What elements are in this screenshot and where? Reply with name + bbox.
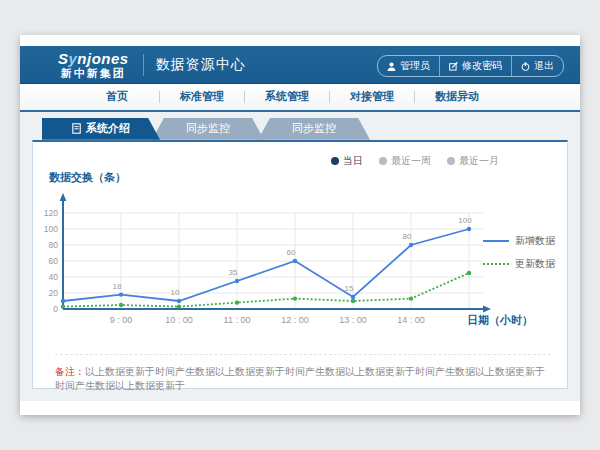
change-password-label: 修改密码 bbox=[462, 59, 502, 73]
svg-text:0: 0 bbox=[53, 304, 58, 314]
nav-item-standard-mgmt[interactable]: 标准管理 bbox=[160, 89, 244, 104]
range-option-2[interactable]: 最近一月 bbox=[447, 154, 499, 168]
header: Synjones 新中新集团 数据资源中心 管理员 修改密码 bbox=[20, 46, 580, 83]
svg-text:9 : 00: 9 : 00 bbox=[110, 315, 133, 325]
tab-sync-monitor-2[interactable]: 同步监控 bbox=[258, 118, 370, 140]
change-password-button[interactable]: 修改密码 bbox=[439, 56, 511, 76]
svg-text:11 : 00: 11 : 00 bbox=[224, 315, 251, 325]
legend-label: 新增数据 bbox=[515, 234, 555, 248]
svg-text:13 : 00: 13 : 00 bbox=[339, 315, 367, 325]
header-divider bbox=[143, 54, 144, 76]
user-menu: 管理员 修改密码 退出 bbox=[377, 55, 564, 77]
svg-text:100: 100 bbox=[458, 216, 472, 225]
nav-item-interface-mgmt[interactable]: 对接管理 bbox=[330, 89, 414, 104]
chart-container: 0204060801001209 : 0010 : 0011 : 0012 : … bbox=[39, 188, 549, 337]
power-icon bbox=[521, 62, 530, 71]
svg-text:80: 80 bbox=[403, 232, 412, 241]
svg-text:60: 60 bbox=[287, 248, 296, 257]
legend-item-0: 新增数据 bbox=[483, 234, 555, 248]
content-area: 系统介绍 同步监控 同步监控 当日最近一周最近一月 数据交换（条） 020406… bbox=[20, 112, 580, 401]
chart-panel: 当日最近一周最近一月 数据交换（条） 0204060801001209 : 00… bbox=[32, 140, 568, 389]
company-name: 新中新集团 bbox=[58, 68, 129, 79]
legend-item-1: 更新数据 bbox=[483, 257, 555, 271]
tab-bar: 系统介绍 同步监控 同步监控 bbox=[32, 118, 568, 140]
admin-label: 管理员 bbox=[400, 59, 430, 73]
footnote: 备注：以上数据更新于时间产生数据以上数据更新于时间产生数据以上数据更新于时间产生… bbox=[55, 354, 551, 393]
page-top-strip bbox=[20, 35, 580, 46]
user-icon bbox=[387, 62, 396, 71]
svg-text:100: 100 bbox=[44, 224, 58, 234]
footnote-text: 以上数据更新于时间产生数据以上数据更新于时间产生数据以上数据更新于时间产生数据以… bbox=[55, 366, 545, 391]
admin-button[interactable]: 管理员 bbox=[378, 56, 439, 76]
svg-text:14 : 00: 14 : 00 bbox=[397, 315, 425, 325]
tab-label: 同步监控 bbox=[186, 121, 230, 136]
y-axis-title: 数据交换（条） bbox=[49, 170, 126, 185]
legend-line-sample bbox=[483, 261, 509, 267]
range-option-1[interactable]: 最近一周 bbox=[379, 154, 431, 168]
page-bottom-strip bbox=[20, 401, 580, 415]
legend-label: 更新数据 bbox=[515, 257, 555, 271]
logo: Synjones 新中新集团 bbox=[58, 51, 129, 79]
tab-label: 系统介绍 bbox=[86, 121, 130, 136]
nav-item-system-mgmt[interactable]: 系统管理 bbox=[245, 89, 329, 104]
radio-dot-icon bbox=[379, 157, 387, 165]
edit-icon bbox=[449, 62, 458, 71]
legend-line-sample bbox=[483, 238, 509, 244]
nav-item-data-change[interactable]: 数据异动 bbox=[415, 89, 499, 104]
logout-label: 退出 bbox=[534, 59, 554, 73]
document-icon bbox=[72, 123, 81, 134]
tab-system-intro[interactable]: 系统介绍 bbox=[42, 118, 160, 140]
svg-text:12 : 00: 12 : 00 bbox=[281, 315, 309, 325]
brand-logo: Synjones bbox=[58, 51, 129, 66]
svg-text:18: 18 bbox=[113, 281, 122, 290]
radio-dot-icon bbox=[447, 157, 455, 165]
radio-dot-icon bbox=[331, 157, 339, 165]
svg-text:15: 15 bbox=[345, 284, 354, 293]
svg-text:120: 120 bbox=[44, 208, 58, 218]
range-option-label: 当日 bbox=[343, 154, 363, 168]
svg-text:40: 40 bbox=[49, 272, 59, 282]
line-chart: 0204060801001209 : 0010 : 0011 : 0012 : … bbox=[39, 188, 549, 333]
range-option-label: 最近一周 bbox=[391, 154, 431, 168]
svg-text:35: 35 bbox=[229, 268, 238, 277]
svg-text:80: 80 bbox=[49, 240, 59, 250]
nav-item-home[interactable]: 首页 bbox=[75, 89, 159, 104]
svg-text:60: 60 bbox=[49, 256, 59, 266]
page-window: Synjones 新中新集团 数据资源中心 管理员 修改密码 bbox=[20, 35, 580, 415]
tab-label: 同步监控 bbox=[292, 121, 336, 136]
footnote-label: 备注： bbox=[55, 366, 85, 377]
svg-text:10 : 00: 10 : 00 bbox=[165, 315, 193, 325]
series-legend: 新增数据更新数据 bbox=[483, 234, 555, 271]
svg-text:10: 10 bbox=[171, 288, 180, 297]
range-selector: 当日最近一周最近一月 bbox=[331, 154, 499, 168]
svg-text:日期（小时）: 日期（小时） bbox=[467, 314, 533, 327]
site-title: 数据资源中心 bbox=[156, 56, 246, 74]
tab-sync-monitor-1[interactable]: 同步监控 bbox=[152, 118, 264, 140]
main-nav: 首页 标准管理 系统管理 对接管理 数据异动 bbox=[20, 84, 580, 112]
range-option-0[interactable]: 当日 bbox=[331, 154, 363, 168]
logout-button[interactable]: 退出 bbox=[511, 56, 563, 76]
range-option-label: 最近一月 bbox=[459, 154, 499, 168]
svg-text:20: 20 bbox=[49, 288, 59, 298]
